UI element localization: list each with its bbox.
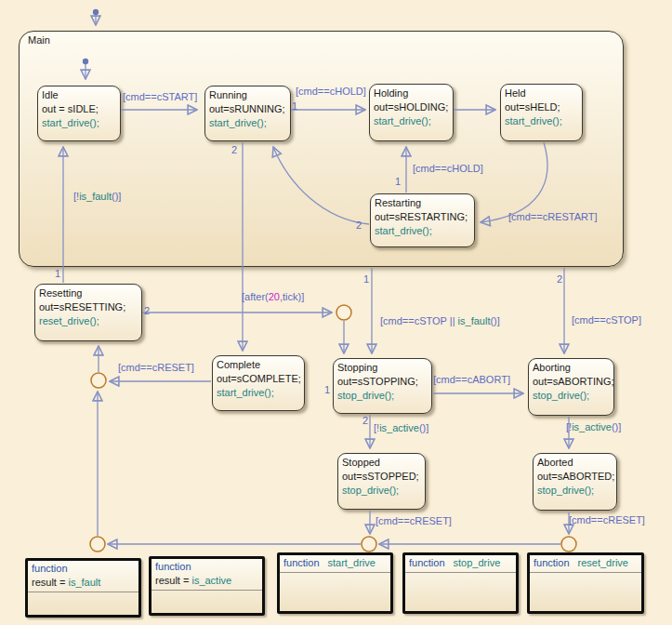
- function-keyword: function: [283, 557, 320, 568]
- label-cmd-reset-stopped[interactable]: [cmd==cRESET]: [376, 515, 452, 526]
- label-not-is-active-stopped[interactable]: [!is_active()]: [374, 422, 428, 433]
- function-keyword: function: [534, 557, 570, 568]
- function-result: result =: [32, 577, 68, 588]
- label-cmd-stop-or-fault[interactable]: [cmd==cSTOP || is_fault()]: [380, 315, 500, 326]
- label-cmd-reset-aborted[interactable]: [cmd==cRESET]: [569, 514, 645, 525]
- function-keyword: function: [409, 557, 445, 568]
- label-cmd-start[interactable]: [cmd==cSTART]: [123, 91, 197, 102]
- priority-running-holding: 1: [292, 100, 297, 112]
- function-box-reset-drive[interactable]: functionreset_drive: [527, 552, 644, 614]
- label-not-is-active-aborted[interactable]: [!is_active()]: [566, 421, 621, 432]
- function-result: result =: [155, 575, 191, 586]
- function-box-is-active[interactable]: function result = is_active: [149, 556, 265, 616]
- priority-resetting-idle: 1: [55, 268, 60, 279]
- function-box-is-fault[interactable]: function result = is_fault: [25, 558, 141, 618]
- function-box-stop-drive[interactable]: functionstop_drive: [402, 552, 519, 614]
- junction-reset-right[interactable]: [561, 537, 576, 552]
- label-cmd-hold-running[interactable]: [cmd==cHOLD]: [296, 86, 366, 97]
- label-cmd-hold-restarting[interactable]: [cmd==cHOLD]: [413, 163, 483, 174]
- function-box-start-drive[interactable]: functionstart_drive: [277, 552, 393, 614]
- default-dot-main: [93, 9, 99, 15]
- junction-reset-mid[interactable]: [91, 373, 106, 388]
- function-keyword: function: [32, 562, 135, 576]
- label-cmd-stop[interactable]: [cmd==cSTOP]: [572, 314, 641, 326]
- function-name: stop_drive: [454, 557, 501, 568]
- function-name: start_drive: [328, 557, 376, 568]
- priority-main-stopping: 1: [363, 273, 369, 285]
- default-dot-idle: [83, 59, 88, 64]
- transition-restarting-running[interactable]: [273, 147, 369, 224]
- function-keyword: function: [155, 560, 258, 574]
- priority-stopping-aborting: 1: [324, 384, 330, 395]
- junction-reset-left[interactable]: [90, 537, 105, 552]
- priority-running-complete: 2: [231, 144, 237, 155]
- label-cmd-reset-complete[interactable]: [cmd==cRESET]: [118, 362, 194, 373]
- priority-stopping-stopped: 2: [362, 415, 368, 426]
- label-cmd-restart[interactable]: [cmd==cRESTART]: [508, 211, 598, 222]
- priority-main-aborting: 2: [557, 273, 562, 285]
- junction-after[interactable]: [336, 305, 351, 320]
- priority-resetting-junction: 2: [144, 305, 150, 316]
- priority-restarting-running: 2: [356, 219, 362, 231]
- label-after-tick[interactable]: [after(20,tick)]: [242, 291, 304, 302]
- junction-reset-center[interactable]: [362, 537, 376, 552]
- stateflow-chart: Main Idle out = sIDLE; start_drive(); Ru…: [0, 0, 672, 625]
- priority-restarting-holding: 1: [395, 176, 401, 187]
- function-name: reset_drive: [578, 557, 628, 568]
- label-cmd-abort[interactable]: [cmd==cABORT]: [433, 374, 510, 385]
- label-not-is-fault[interactable]: [!is_fault()]: [73, 191, 121, 202]
